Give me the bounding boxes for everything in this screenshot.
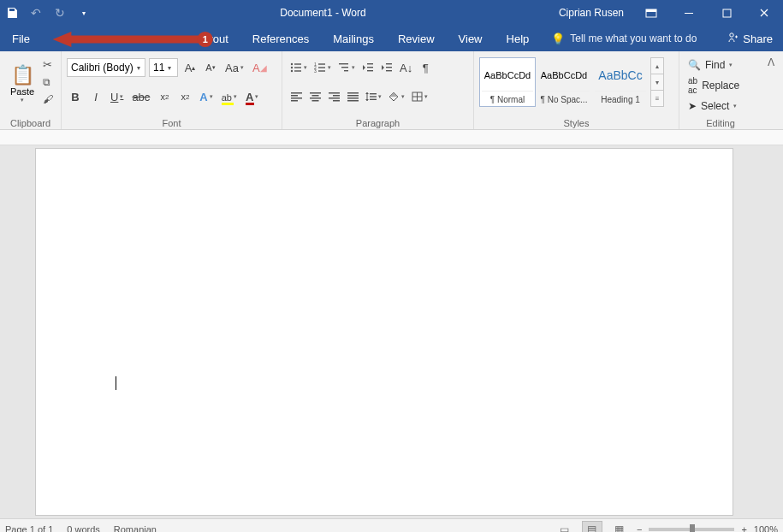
svg-rect-1 [646, 9, 656, 12]
group-editing: 🔍 Find ▾ abac Replace ➤ Select ▾ Editing [679, 51, 762, 129]
justify-icon[interactable] [344, 87, 361, 106]
collapse-ribbon-icon[interactable]: ᐱ [762, 51, 780, 129]
align-right-icon[interactable] [325, 87, 342, 106]
svg-rect-32 [310, 98, 321, 99]
style-heading1[interactable]: AaBbCc Heading 1 [592, 57, 649, 107]
increase-indent-icon[interactable] [378, 58, 395, 77]
group-label-editing: Editing [685, 116, 756, 129]
tab-help[interactable]: Help [495, 26, 542, 51]
maximize-icon[interactable] [708, 0, 745, 26]
tab-layout-suffix[interactable]: ayout [201, 26, 240, 51]
cut-icon[interactable]: ✂ [43, 58, 53, 71]
format-painter-icon[interactable]: 🖌 [43, 93, 53, 105]
underline-button[interactable]: U▾ [108, 87, 126, 106]
scroll-down-icon[interactable]: ▾ [650, 74, 664, 90]
bullets-icon[interactable]: ▾ [288, 58, 310, 77]
shading-icon[interactable]: ▾ [386, 87, 407, 106]
sort-icon[interactable]: A↓ [397, 58, 415, 77]
font-name-combo[interactable]: Calibri (Body)▾ [67, 58, 145, 77]
change-case-icon[interactable]: Aa▾ [222, 58, 246, 77]
decrease-indent-icon[interactable] [359, 58, 377, 77]
style-name: ¶ No Spac... [538, 91, 590, 104]
font-size-combo[interactable]: 11▾ [149, 58, 178, 77]
align-center-icon[interactable] [306, 87, 323, 106]
tab-references[interactable]: References [240, 26, 321, 51]
lightbulb-icon: 💡 [551, 33, 565, 45]
find-button[interactable]: 🔍 Find ▾ [685, 57, 743, 73]
svg-rect-43 [367, 92, 368, 101]
read-mode-icon[interactable]: ▭ [555, 521, 575, 533]
status-page[interactable]: Page 1 of 1 [5, 524, 53, 533]
undo-icon[interactable]: ↶ [24, 0, 48, 26]
zoom-out-icon[interactable]: − [637, 524, 642, 533]
redo-icon[interactable]: ↻ [48, 0, 72, 26]
line-spacing-icon[interactable]: ▾ [363, 87, 384, 106]
svg-rect-40 [347, 98, 359, 99]
select-button[interactable]: ➤ Select ▾ [685, 98, 743, 114]
style-no-spacing[interactable]: AaBbCcDd ¶ No Spac... [536, 57, 592, 107]
borders-icon[interactable]: ▾ [409, 87, 430, 106]
superscript-button[interactable]: x2 [176, 87, 193, 106]
replace-button[interactable]: abac Replace [685, 74, 743, 97]
svg-rect-31 [311, 95, 318, 97]
styles-expand-icon[interactable]: ≡ [650, 90, 664, 107]
print-layout-icon[interactable]: ▤ [582, 521, 602, 533]
zoom-slider[interactable] [649, 528, 734, 531]
bold-button[interactable]: B [67, 87, 84, 106]
title-bar: ↶ ↻ ▾ Document1 - Word Ciprian Rusen [0, 0, 783, 26]
status-language[interactable]: Romanian [114, 524, 157, 533]
svg-point-4 [730, 33, 733, 37]
ribbon-options-icon[interactable] [632, 0, 670, 26]
tab-mailings[interactable]: Mailings [321, 26, 386, 51]
numbering-icon[interactable]: 123▾ [311, 58, 334, 77]
tab-file[interactable]: File [0, 26, 42, 51]
tell-me-search[interactable]: 💡 Tell me what you want to do [541, 26, 707, 51]
tab-view[interactable]: View [447, 26, 495, 51]
styles-scroller[interactable]: ▴ ▾ ≡ [650, 57, 664, 107]
share-button[interactable]: Share [717, 26, 783, 51]
document-title: Document1 - Word [96, 7, 550, 19]
find-label: Find [705, 59, 725, 71]
status-bar: Page 1 of 1 0 words Romanian ▭ ▤ ▦ − + 1… [0, 518, 783, 532]
select-icon: ➤ [688, 100, 697, 112]
font-color-icon[interactable]: A▾ [243, 87, 261, 106]
paste-button[interactable]: 📋 Paste ▾ [5, 53, 39, 116]
copy-icon[interactable]: ⧉ [43, 76, 53, 88]
tab-review[interactable]: Review [386, 26, 447, 51]
multilevel-icon[interactable]: ▾ [335, 58, 358, 77]
minimize-icon[interactable] [670, 0, 708, 26]
text-effects-icon[interactable]: A▾ [197, 87, 215, 106]
style-normal[interactable]: AaBbCcDd ¶ Normal [479, 57, 536, 107]
close-icon[interactable] [745, 0, 783, 26]
page[interactable] [35, 148, 733, 516]
align-left-icon[interactable] [288, 87, 305, 106]
italic-button[interactable]: I [87, 87, 104, 106]
zoom-in-icon[interactable]: + [741, 524, 746, 533]
svg-rect-45 [370, 96, 377, 97]
highlight-icon[interactable]: ab▾ [219, 87, 240, 106]
svg-rect-2 [685, 13, 693, 14]
user-name[interactable]: Ciprian Rusen [550, 7, 632, 19]
zoom-thumb[interactable] [690, 524, 695, 533]
web-layout-icon[interactable]: ▦ [609, 521, 630, 533]
replace-label: Replace [702, 80, 739, 92]
paste-label: Paste [10, 86, 34, 97]
svg-rect-19 [344, 70, 348, 71]
shrink-font-icon[interactable]: A▾ [202, 58, 219, 77]
grow-font-icon[interactable]: A▴ [181, 58, 199, 77]
show-marks-icon[interactable]: ¶ [417, 58, 434, 77]
scroll-up-icon[interactable]: ▴ [650, 57, 664, 74]
group-paragraph: ▾ 123▾ ▾ A↓ ¶ ▾ ▾ ▾ Paragraph [282, 51, 474, 129]
zoom-value[interactable]: 100% [754, 524, 778, 533]
svg-rect-14 [318, 67, 325, 68]
qat-dropdown-icon[interactable]: ▾ [72, 0, 96, 26]
replace-icon: abac [688, 76, 697, 95]
find-icon: 🔍 [688, 59, 701, 71]
subscript-button[interactable]: x2 [156, 87, 173, 106]
strike-button[interactable]: abc [129, 87, 152, 106]
clear-format-icon[interactable]: A◢ [250, 58, 270, 77]
save-icon[interactable] [0, 0, 24, 26]
svg-rect-20 [367, 63, 373, 64]
svg-rect-10 [294, 70, 301, 71]
status-words[interactable]: 0 words [67, 524, 100, 533]
